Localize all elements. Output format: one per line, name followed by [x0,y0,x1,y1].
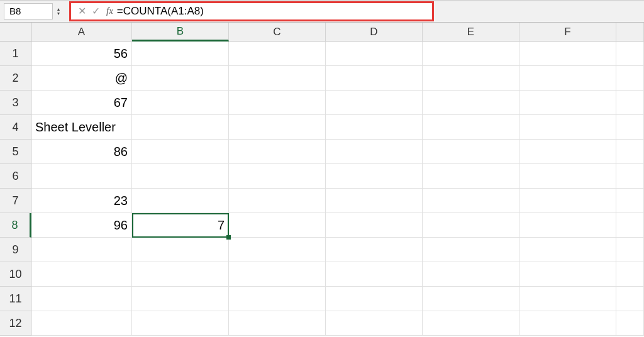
cell-A5[interactable]: 86 [31,140,132,164]
cell-G12[interactable] [616,311,644,336]
cell-B12[interactable] [132,311,229,336]
row-header-1[interactable]: 1 [0,41,31,66]
row-header-10[interactable]: 10 [0,262,31,287]
cancel-icon[interactable]: ✕ [75,5,89,17]
cell-G1[interactable] [616,41,644,66]
row-header-6[interactable]: 6 [0,164,31,189]
cell-G4[interactable] [616,115,644,140]
row-header-9[interactable]: 9 [0,238,31,262]
cell-D8[interactable] [326,213,423,238]
cell-B7[interactable] [132,189,229,213]
name-box-spinner[interactable]: ▴ ▾ [54,3,63,19]
cell-D2[interactable] [326,66,423,91]
cell-C10[interactable] [229,262,326,287]
cell-G11[interactable] [616,287,644,311]
row-header-3[interactable]: 3 [0,91,31,115]
cell-A2[interactable]: @ [31,66,132,91]
cell-E2[interactable] [423,66,519,91]
cell-C12[interactable] [229,311,326,336]
cell-E10[interactable] [423,262,519,287]
cell-F3[interactable] [519,91,616,115]
cell-C4[interactable] [229,115,326,140]
cell-C6[interactable] [229,164,326,189]
col-header-blank[interactable] [616,23,644,41]
name-box[interactable]: B8 [4,3,53,19]
cell-G5[interactable] [616,140,644,164]
cell-D12[interactable] [326,311,423,336]
cell-A7[interactable]: 23 [31,189,132,213]
cell-C3[interactable] [229,91,326,115]
spinner-down-icon[interactable]: ▾ [54,11,63,16]
cell-E4[interactable] [423,115,519,140]
cell-A11[interactable] [31,287,132,311]
cell-G9[interactable] [616,238,644,262]
cell-D10[interactable] [326,262,423,287]
cell-B4[interactable] [132,115,229,140]
cell-A10[interactable] [31,262,132,287]
select-all-corner[interactable] [0,23,31,41]
cell-C8[interactable] [229,213,326,238]
cell-D4[interactable] [326,115,423,140]
cell-B8[interactable]: 7 [132,213,229,238]
cell-D7[interactable] [326,189,423,213]
row-header-8[interactable]: 8 [0,213,31,238]
cell-G6[interactable] [616,164,644,189]
cell-F6[interactable] [519,164,616,189]
cell-D11[interactable] [326,287,423,311]
cell-A9[interactable] [31,238,132,262]
cell-G2[interactable] [616,66,644,91]
cell-F9[interactable] [519,238,616,262]
cell-E8[interactable] [423,213,519,238]
row-header-2[interactable]: 2 [0,66,31,91]
cell-F1[interactable] [519,41,616,66]
cell-A12[interactable] [31,311,132,336]
cell-B3[interactable] [132,91,229,115]
cell-B10[interactable] [132,262,229,287]
cell-B9[interactable] [132,238,229,262]
cell-E9[interactable] [423,238,519,262]
cell-G8[interactable] [616,213,644,238]
formula-input[interactable] [117,5,432,18]
col-header-C[interactable]: C [229,23,326,41]
cell-F12[interactable] [519,311,616,336]
cell-F8[interactable] [519,213,616,238]
col-header-F[interactable]: F [519,23,616,41]
cell-B5[interactable] [132,140,229,164]
cell-F10[interactable] [519,262,616,287]
row-header-4[interactable]: 4 [0,115,31,140]
col-header-D[interactable]: D [326,23,423,41]
cell-F7[interactable] [519,189,616,213]
col-header-A[interactable]: A [31,23,132,41]
cell-G7[interactable] [616,189,644,213]
cell-D5[interactable] [326,140,423,164]
cell-D9[interactable] [326,238,423,262]
cell-F4[interactable] [519,115,616,140]
cell-C9[interactable] [229,238,326,262]
cell-E3[interactable] [423,91,519,115]
row-header-7[interactable]: 7 [0,189,31,213]
cell-D1[interactable] [326,41,423,66]
cell-F5[interactable] [519,140,616,164]
cell-C1[interactable] [229,41,326,66]
spreadsheet-grid[interactable]: A B C D E F 1 56 2 @ 3 67 4 Sheet Levell… [0,23,644,336]
cell-E6[interactable] [423,164,519,189]
cell-B11[interactable] [132,287,229,311]
cell-D6[interactable] [326,164,423,189]
enter-icon[interactable]: ✓ [89,5,103,17]
cell-A4[interactable]: Sheet Leveller [31,115,132,140]
cell-F11[interactable] [519,287,616,311]
cell-C11[interactable] [229,287,326,311]
cell-B6[interactable] [132,164,229,189]
cell-D3[interactable] [326,91,423,115]
cell-C5[interactable] [229,140,326,164]
cell-C2[interactable] [229,66,326,91]
cell-A1[interactable]: 56 [31,41,132,66]
cell-G10[interactable] [616,262,644,287]
cell-A3[interactable]: 67 [31,91,132,115]
row-header-5[interactable]: 5 [0,140,31,164]
cell-E11[interactable] [423,287,519,311]
cell-E5[interactable] [423,140,519,164]
col-header-E[interactable]: E [423,23,519,41]
cell-A8[interactable]: 96 [31,213,132,238]
cell-B2[interactable] [132,66,229,91]
